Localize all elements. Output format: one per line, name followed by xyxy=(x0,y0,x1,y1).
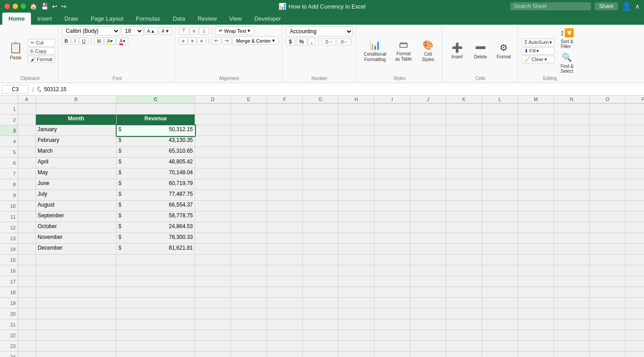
cell-g14[interactable] xyxy=(303,244,339,255)
cell-a10[interactable] xyxy=(18,201,36,212)
cell-g24[interactable] xyxy=(303,352,339,357)
cell-b5[interactable]: March xyxy=(36,147,117,158)
cell-l14[interactable] xyxy=(482,244,518,255)
cell-d12[interactable] xyxy=(195,222,231,233)
tab-home[interactable]: Home xyxy=(2,13,31,25)
col-header-c[interactable]: C xyxy=(117,96,195,103)
minimize-window-button[interactable] xyxy=(13,4,18,9)
cell-o4[interactable] xyxy=(590,136,626,147)
col-header-m[interactable]: M xyxy=(518,96,554,103)
cell-p4[interactable] xyxy=(626,136,644,147)
cell-o3[interactable] xyxy=(590,125,626,136)
cell-n18[interactable] xyxy=(554,287,590,298)
cell-c2[interactable]: Revenue xyxy=(117,115,195,125)
cell-i20[interactable] xyxy=(374,309,410,319)
cell-f19[interactable] xyxy=(267,298,303,309)
cell-m5[interactable] xyxy=(518,147,554,158)
cell-e7[interactable] xyxy=(231,168,267,179)
cell-b9[interactable]: July xyxy=(36,190,117,201)
cell-a17[interactable] xyxy=(18,276,36,287)
cell-f6[interactable] xyxy=(267,158,303,168)
cell-h24[interactable] xyxy=(339,352,374,357)
cell-c24[interactable] xyxy=(117,352,195,357)
cell-c21[interactable] xyxy=(117,319,195,330)
cell-e17[interactable] xyxy=(231,276,267,287)
cell-a18[interactable] xyxy=(18,287,36,298)
cell-p23[interactable] xyxy=(626,341,644,352)
font-size-select[interactable]: 18 xyxy=(121,26,144,35)
cell-a8[interactable] xyxy=(18,179,36,190)
cell-b21[interactable] xyxy=(36,319,117,330)
col-header-p[interactable]: P xyxy=(626,96,644,103)
cell-d5[interactable] xyxy=(195,147,231,158)
tab-draw[interactable]: Draw xyxy=(58,13,84,25)
cell-d22[interactable] xyxy=(195,330,231,341)
cell-h11[interactable] xyxy=(339,212,374,222)
cut-button[interactable]: ✂ Cut xyxy=(28,39,55,47)
cell-d23[interactable] xyxy=(195,341,231,352)
cell-d24[interactable] xyxy=(195,352,231,357)
conditional-formatting-button[interactable]: 📊 ConditionalFormatting xyxy=(360,35,390,66)
cell-n11[interactable] xyxy=(554,212,590,222)
underline-button[interactable]: U xyxy=(79,37,88,44)
row-num-2[interactable]: 2 xyxy=(0,115,18,125)
cell-f7[interactable] xyxy=(267,168,303,179)
cell-i13[interactable] xyxy=(374,233,410,244)
cell-f5[interactable] xyxy=(267,147,303,158)
cell-j2[interactable] xyxy=(410,115,446,125)
cell-h22[interactable] xyxy=(339,330,374,341)
cell-c14[interactable]: $81,621.81 xyxy=(117,244,195,255)
save-icon[interactable]: 💾 xyxy=(41,3,48,10)
increase-font-button[interactable]: A▲ xyxy=(144,27,158,35)
cell-k10[interactable] xyxy=(446,201,482,212)
cell-c17[interactable] xyxy=(117,276,195,287)
cell-a21[interactable] xyxy=(18,319,36,330)
cell-d19[interactable] xyxy=(195,298,231,309)
cell-l13[interactable] xyxy=(482,233,518,244)
cell-b12[interactable]: October xyxy=(36,222,117,233)
cell-i1[interactable] xyxy=(374,104,410,115)
cell-k18[interactable] xyxy=(446,287,482,298)
cell-k6[interactable] xyxy=(446,158,482,168)
cell-p16[interactable] xyxy=(626,265,644,276)
cell-c4[interactable]: $43,130.35 xyxy=(117,136,195,147)
cell-e2[interactable] xyxy=(231,115,267,125)
cell-p10[interactable] xyxy=(626,201,644,212)
cell-m14[interactable] xyxy=(518,244,554,255)
cell-b3[interactable]: January xyxy=(36,125,117,136)
clear-button[interactable]: 🧹 Clear ▾ xyxy=(522,56,555,63)
cell-h20[interactable] xyxy=(339,309,374,319)
cell-b1[interactable] xyxy=(36,104,117,115)
cell-i18[interactable] xyxy=(374,287,410,298)
font-family-select[interactable]: Calibri (Body) xyxy=(62,26,120,35)
col-header-b[interactable]: B xyxy=(36,96,117,103)
cell-c9[interactable]: $77,487.75 xyxy=(117,190,195,201)
cell-j9[interactable] xyxy=(410,190,446,201)
cell-b19[interactable] xyxy=(36,298,117,309)
row-num-16[interactable]: 16 xyxy=(0,265,18,276)
cell-o10[interactable] xyxy=(590,201,626,212)
cell-g1[interactable] xyxy=(303,104,339,115)
cell-h16[interactable] xyxy=(339,265,374,276)
cell-e1[interactable] xyxy=(231,104,267,115)
cell-d10[interactable] xyxy=(195,201,231,212)
fill-button[interactable]: ⬇ Fill ▾ xyxy=(522,47,555,55)
cell-p17[interactable] xyxy=(626,276,644,287)
cell-c10[interactable]: $66,554.37 xyxy=(117,201,195,212)
col-header-h[interactable]: H xyxy=(339,96,374,103)
insert-cells-button[interactable]: ➕ Insert xyxy=(446,35,468,66)
cell-b6[interactable]: April xyxy=(36,158,117,168)
row-num-13[interactable]: 13 xyxy=(0,233,18,244)
cell-k12[interactable] xyxy=(446,222,482,233)
cell-g23[interactable] xyxy=(303,341,339,352)
cell-c19[interactable] xyxy=(117,298,195,309)
cell-h7[interactable] xyxy=(339,168,374,179)
align-middle-button[interactable]: ≡ xyxy=(190,27,198,35)
cell-h9[interactable] xyxy=(339,190,374,201)
cell-f1[interactable] xyxy=(267,104,303,115)
cell-b4[interactable]: February xyxy=(36,136,117,147)
cell-b13[interactable]: November xyxy=(36,233,117,244)
cell-o5[interactable] xyxy=(590,147,626,158)
cell-m11[interactable] xyxy=(518,212,554,222)
cell-p19[interactable] xyxy=(626,298,644,309)
